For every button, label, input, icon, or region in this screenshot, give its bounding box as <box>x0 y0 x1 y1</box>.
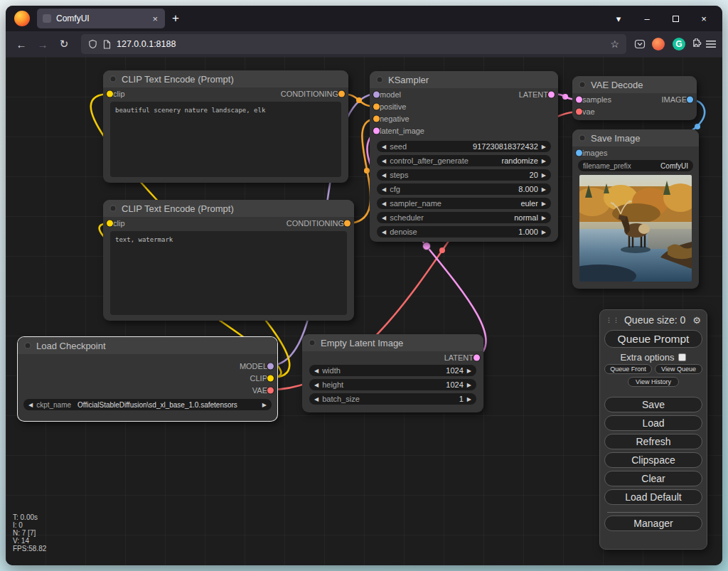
view-queue-button[interactable]: View Queue <box>655 364 702 374</box>
increment-icon[interactable]: ▶ <box>542 201 546 207</box>
widget-control-after-generate[interactable]: ◀ control_after_generate randomize ▶ <box>377 155 551 166</box>
input-slot-clip[interactable] <box>107 90 113 97</box>
output-slot-vae[interactable] <box>267 387 274 393</box>
node-load-checkpoint[interactable]: Load Checkpoint MODEL CLIP VAE ◀ ckpt_na… <box>18 337 277 421</box>
collapse-dot-icon[interactable] <box>376 76 383 83</box>
node-title-bar[interactable]: Empty Latent Image <box>302 334 483 351</box>
node-title-bar[interactable]: Save Image <box>572 129 699 146</box>
output-slot-latent[interactable] <box>473 354 480 361</box>
increment-icon[interactable]: ▶ <box>542 215 546 221</box>
comfyui-canvas[interactable]: CLIP Text Encode (Prompt) clip CONDITION… <box>6 57 722 565</box>
node-title-bar[interactable]: VAE Decode <box>572 76 697 93</box>
node-save-image[interactable]: Save Image images filename_prefix ComfyU… <box>572 129 699 289</box>
bookmark-star-icon[interactable]: ☆ <box>610 38 619 50</box>
increment-icon[interactable]: ▶ <box>542 172 546 178</box>
window-minimize-button[interactable]: – <box>633 9 661 28</box>
load-button[interactable]: Load <box>604 415 702 431</box>
reload-button[interactable]: ↻ <box>54 34 74 54</box>
prompt-textarea[interactable]: text, watermark <box>110 231 347 315</box>
output-slot-conditioning[interactable] <box>344 220 350 226</box>
window-close-button[interactable]: × <box>690 9 718 28</box>
profile-avatar-icon[interactable] <box>652 38 665 50</box>
input-slot-negative[interactable] <box>373 115 380 122</box>
widget-scheduler[interactable]: ◀ scheduler normal ▶ <box>377 212 551 223</box>
widget-sampler-name[interactable]: ◀ sampler_name euler ▶ <box>377 198 551 209</box>
decrement-icon[interactable]: ◀ <box>382 229 386 235</box>
prompt-textarea[interactable]: beautiful scenery nature landscape, elk <box>110 102 341 177</box>
collapse-dot-icon[interactable] <box>309 339 316 346</box>
clear-button[interactable]: Clear <box>604 471 702 486</box>
tab-close-icon[interactable]: × <box>151 14 159 24</box>
next-option-icon[interactable]: ▶ <box>262 402 267 408</box>
increment-icon[interactable]: ▶ <box>542 229 546 235</box>
previous-option-icon[interactable]: ◀ <box>28 402 33 408</box>
page-info-icon[interactable] <box>103 40 111 49</box>
shield-icon[interactable] <box>88 39 97 49</box>
back-button[interactable]: ← <box>11 34 31 54</box>
output-slot-clip[interactable] <box>267 375 274 381</box>
load-default-button[interactable]: Load Default <box>604 489 702 505</box>
decrement-icon[interactable]: ◀ <box>382 144 386 150</box>
firefox-view-icon[interactable] <box>14 11 30 26</box>
node-title-bar[interactable]: CLIP Text Encode (Prompt) <box>103 70 348 87</box>
increment-icon[interactable]: ▶ <box>467 382 471 388</box>
output-slot-model[interactable] <box>267 363 274 369</box>
tab-comfyui[interactable]: ComfyUI × <box>37 9 165 28</box>
widget-denoise[interactable]: ◀ denoise 1.000 ▶ <box>377 226 551 238</box>
increment-icon[interactable]: ▶ <box>542 144 546 150</box>
increment-icon[interactable]: ▶ <box>467 368 471 374</box>
widget-height[interactable]: ◀ height 1024 ▶ <box>309 379 476 390</box>
widget-ckpt-name[interactable]: ◀ ckpt_name OfficialStableDiffusion\sd_x… <box>23 399 272 410</box>
collapse-dot-icon[interactable] <box>24 342 31 349</box>
input-slot-vae[interactable] <box>576 108 582 114</box>
manager-button[interactable]: Manager <box>604 516 702 531</box>
input-slot-model[interactable] <box>373 91 380 97</box>
input-slot-images[interactable] <box>576 149 582 156</box>
decrement-icon[interactable]: ◀ <box>382 172 386 178</box>
menu-hamburger-icon[interactable] <box>705 39 717 49</box>
url-bar[interactable]: 127.0.0.1:8188 ☆ <box>81 34 626 54</box>
queue-front-button[interactable]: Queue Front <box>604 364 652 374</box>
increment-icon[interactable]: ▶ <box>467 396 471 402</box>
decrement-icon[interactable]: ◀ <box>314 382 318 388</box>
window-maximize-button[interactable] <box>661 9 690 28</box>
widget-width[interactable]: ◀ width 1024 ▶ <box>309 365 476 376</box>
refresh-button[interactable]: Refresh <box>604 434 702 449</box>
node-ksampler[interactable]: KSampler model LATENT positive negative … <box>370 71 558 242</box>
node-clip-text-encode-2[interactable]: CLIP Text Encode (Prompt) clip CONDITION… <box>103 200 354 321</box>
node-title-bar[interactable]: Load Checkpoint <box>18 337 277 354</box>
input-slot-clip[interactable] <box>107 220 113 226</box>
decrement-icon[interactable]: ◀ <box>314 396 318 402</box>
decrement-icon[interactable]: ◀ <box>382 158 386 164</box>
input-slot-latent-image[interactable] <box>373 127 380 134</box>
decrement-icon[interactable]: ◀ <box>382 201 386 207</box>
output-slot-conditioning[interactable] <box>338 90 345 97</box>
clipspace-button[interactable]: Clipspace <box>604 452 702 468</box>
widget-seed[interactable]: ◀ seed 917230818372432 ▶ <box>377 141 551 152</box>
widget-filename-prefix[interactable]: filename_prefix ComfyUI <box>578 160 693 171</box>
settings-gear-icon[interactable]: ⚙ <box>692 315 701 326</box>
save-button[interactable]: Save <box>604 397 702 412</box>
decrement-icon[interactable]: ◀ <box>382 215 386 221</box>
new-tab-button[interactable]: + <box>165 10 186 27</box>
extensions-puzzle-icon[interactable] <box>690 38 702 50</box>
node-empty-latent-image[interactable]: Empty Latent Image LATENT ◀ width 1024 ▶… <box>302 334 483 412</box>
output-slot-image[interactable] <box>687 96 693 102</box>
extra-options-checkbox[interactable] <box>678 353 686 361</box>
collapse-dot-icon[interactable] <box>579 81 586 88</box>
widget-batch-size[interactable]: ◀ batch_size 1 ▶ <box>309 393 476 405</box>
collapse-dot-icon[interactable] <box>109 75 117 82</box>
forward-button[interactable]: → <box>33 34 53 54</box>
input-slot-positive[interactable] <box>373 103 380 110</box>
node-vae-decode[interactable]: VAE Decode samples IMAGE vae <box>572 76 697 120</box>
node-clip-text-encode-1[interactable]: CLIP Text Encode (Prompt) clip CONDITION… <box>103 70 348 183</box>
view-history-button[interactable]: View History <box>628 377 679 387</box>
drag-handle-icon[interactable]: ⋮⋮ <box>606 318 614 322</box>
decrement-icon[interactable]: ◀ <box>314 368 318 374</box>
queue-prompt-button[interactable]: Queue Prompt <box>604 330 702 348</box>
collapse-dot-icon[interactable] <box>109 205 117 212</box>
collapse-dot-icon[interactable] <box>579 134 586 142</box>
increment-icon[interactable]: ▶ <box>542 158 546 164</box>
widget-steps[interactable]: ◀ steps 20 ▶ <box>377 169 551 181</box>
node-title-bar[interactable]: KSampler <box>370 71 558 88</box>
